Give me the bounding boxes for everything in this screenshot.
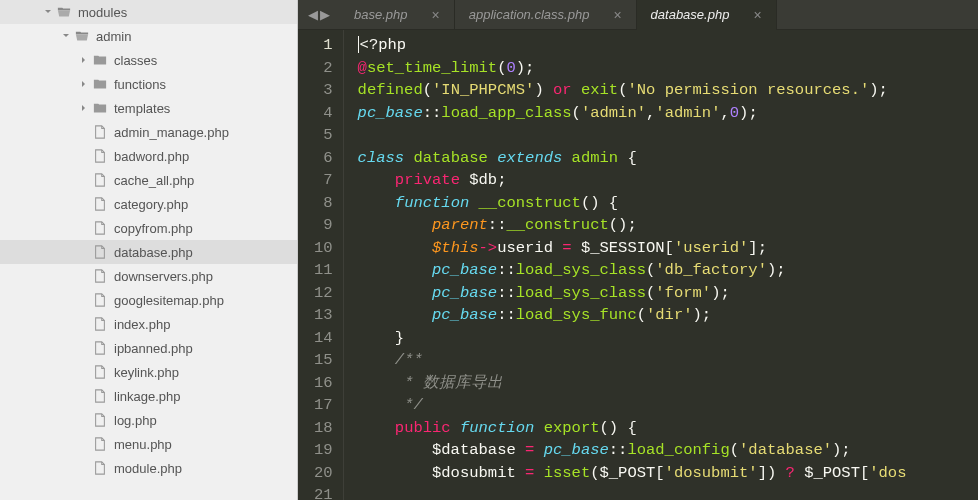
file-explorer-sidebar[interactable]: modulesadminclassesfunctionstemplatesadm…: [0, 0, 298, 500]
token: [358, 351, 395, 369]
code-line[interactable]: }: [358, 327, 978, 350]
token: $_SESSION[: [572, 239, 674, 257]
tree-item-label: category.php: [114, 197, 188, 212]
code-line[interactable]: function __construct() {: [358, 192, 978, 215]
token: ];: [748, 239, 767, 257]
token: =: [562, 239, 571, 257]
code-line[interactable]: /**: [358, 349, 978, 372]
code-line[interactable]: [358, 124, 978, 147]
tree-item-category-php[interactable]: category.php: [0, 192, 297, 216]
tree-item-ipbanned-php[interactable]: ipbanned.php: [0, 336, 297, 360]
tree-item-badword-php[interactable]: badword.php: [0, 144, 297, 168]
line-number: 17: [314, 394, 333, 417]
code-line[interactable]: public function export() {: [358, 417, 978, 440]
code-line[interactable]: pc_base::load_sys_class('db_factory');: [358, 259, 978, 282]
tree-item-downservers-php[interactable]: downservers.php: [0, 264, 297, 288]
file-icon: [92, 196, 108, 212]
line-number: 8: [314, 192, 333, 215]
code-line[interactable]: <?php: [358, 34, 978, 57]
file-icon: [92, 244, 108, 260]
close-icon[interactable]: ×: [432, 7, 440, 23]
folder-icon: [92, 76, 108, 92]
tree-item-googlesitemap-php[interactable]: googlesitemap.php: [0, 288, 297, 312]
token: ::: [423, 104, 442, 122]
code-line[interactable]: pc_base::load_app_class('admin','admin',…: [358, 102, 978, 125]
tree-item-label: downservers.php: [114, 269, 213, 284]
token: admin: [572, 149, 619, 167]
tab-base-php[interactable]: base.php×: [340, 0, 455, 30]
chevron-right-icon[interactable]: [78, 78, 90, 90]
line-number: 9: [314, 214, 333, 237]
tree-item-linkage-php[interactable]: linkage.php: [0, 384, 297, 408]
code-line[interactable]: */: [358, 394, 978, 417]
token: );: [739, 104, 758, 122]
code-line[interactable]: $dosubmit = isset($_POST['dosubmit']) ? …: [358, 462, 978, 485]
token: exit: [581, 81, 618, 99]
code-line[interactable]: $database = pc_base::load_config('databa…: [358, 439, 978, 462]
nav-back-icon[interactable]: ◀: [308, 7, 318, 22]
tree-item-admin[interactable]: admin: [0, 24, 297, 48]
tree-item-index-php[interactable]: index.php: [0, 312, 297, 336]
code-line[interactable]: parent::__construct();: [358, 214, 978, 237]
tree-item-menu-php[interactable]: menu.php: [0, 432, 297, 456]
tree-item-functions[interactable]: functions: [0, 72, 297, 96]
line-number-gutter: 123456789101112131415161718192021: [298, 30, 344, 500]
tree-item-module-php[interactable]: module.php: [0, 456, 297, 480]
line-number: 16: [314, 372, 333, 395]
token: $database: [358, 441, 525, 459]
close-icon[interactable]: ×: [753, 7, 761, 23]
tree-item-templates[interactable]: templates: [0, 96, 297, 120]
line-number: 3: [314, 79, 333, 102]
token: class: [358, 149, 405, 167]
token: /**: [395, 351, 423, 369]
token: $db;: [460, 171, 507, 189]
token: 'database': [739, 441, 832, 459]
code-line[interactable]: private $db;: [358, 169, 978, 192]
code-line[interactable]: $this->userid = $_SESSION['userid'];: [358, 237, 978, 260]
token: <: [360, 36, 369, 54]
token: 'form': [655, 284, 711, 302]
token: [358, 374, 395, 392]
token: (: [646, 284, 655, 302]
code-line[interactable]: pc_base::load_sys_class('form');: [358, 282, 978, 305]
token: $this: [432, 239, 479, 257]
token: 'dir': [646, 306, 693, 324]
line-number: 2: [314, 57, 333, 80]
line-number: 13: [314, 304, 333, 327]
code-line[interactable]: * 数据库导出: [358, 372, 978, 395]
chevron-right-icon[interactable]: [78, 102, 90, 114]
tree-item-cache_all-php[interactable]: cache_all.php: [0, 168, 297, 192]
chevron-down-icon[interactable]: [60, 30, 72, 42]
token: );: [516, 59, 535, 77]
tree-item-label: googlesitemap.php: [114, 293, 224, 308]
tab-database-php[interactable]: database.php×: [637, 0, 777, 30]
chevron-down-icon[interactable]: [42, 6, 54, 18]
token: [572, 81, 581, 99]
tab-application-class-php[interactable]: application.class.php×: [455, 0, 637, 30]
code-area[interactable]: 123456789101112131415161718192021 <?php@…: [298, 30, 978, 500]
file-icon: [92, 364, 108, 380]
chevron-right-icon[interactable]: [78, 54, 90, 66]
token: [451, 419, 460, 437]
editor-pane: ◀ ▶ base.php×application.class.php×datab…: [298, 0, 978, 500]
close-icon[interactable]: ×: [613, 7, 621, 23]
token: [562, 149, 571, 167]
tree-item-admin_manage-php[interactable]: admin_manage.php: [0, 120, 297, 144]
tree-item-copyfrom-php[interactable]: copyfrom.php: [0, 216, 297, 240]
code-line[interactable]: defined('IN_PHPCMS') or exit('No permiss…: [358, 79, 978, 102]
tree-item-classes[interactable]: classes: [0, 48, 297, 72]
tree-item-log-php[interactable]: log.php: [0, 408, 297, 432]
tree-item-database-php[interactable]: database.php: [0, 240, 297, 264]
code-content[interactable]: <?php@set_time_limit(0);defined('IN_PHPC…: [344, 30, 978, 500]
code-line[interactable]: @set_time_limit(0);: [358, 57, 978, 80]
token: ?php: [369, 36, 406, 54]
token: 'db_factory': [655, 261, 767, 279]
tree-item-keylink-php[interactable]: keylink.php: [0, 360, 297, 384]
token: 'userid': [674, 239, 748, 257]
token: );: [832, 441, 851, 459]
token: parent: [432, 216, 488, 234]
code-line[interactable]: class database extends admin {: [358, 147, 978, 170]
code-line[interactable]: pc_base::load_sys_func('dir');: [358, 304, 978, 327]
nav-forward-icon[interactable]: ▶: [320, 7, 330, 22]
tree-item-modules[interactable]: modules: [0, 0, 297, 24]
